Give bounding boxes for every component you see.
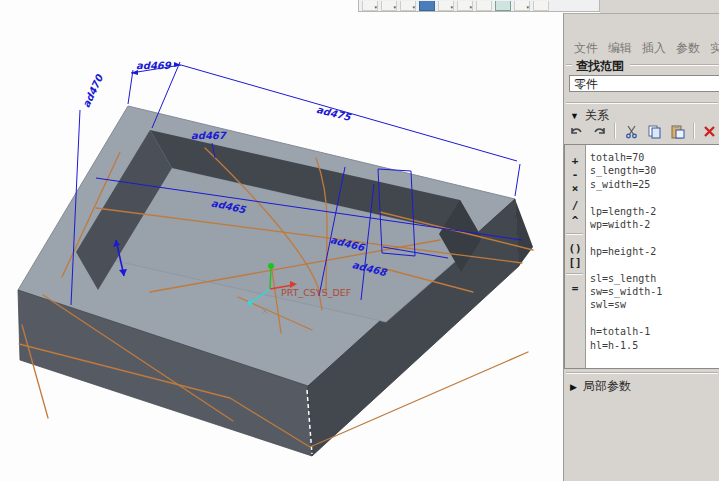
undo-icon[interactable] (568, 122, 584, 140)
groupbox-border (566, 64, 572, 66)
toolbar-button-stub[interactable]: ▾ (514, 1, 530, 11)
menu-insert[interactable]: 插入 (642, 40, 666, 57)
relations-panel: 文件 编辑 插入 参数 实 查找范围 零件 ▼ 关系 (563, 13, 719, 481)
operator-divide-button[interactable]: / (565, 200, 585, 211)
dimension-label-ad469[interactable]: ad469 (136, 60, 172, 71)
operator-minus-button[interactable]: - (565, 169, 585, 180)
window-background (600, 0, 719, 13)
paste-icon[interactable] (670, 122, 686, 140)
operator-multiply-button[interactable]: × (565, 183, 585, 194)
panel-background (564, 398, 719, 481)
delete-icon[interactable] (702, 122, 718, 140)
toolbar-button-stub[interactable]: ▾ (400, 1, 416, 11)
operator-power-button[interactable]: ^ (565, 215, 585, 226)
panel-menubar: 文件 编辑 插入 参数 实 (564, 40, 719, 57)
toolbar-button-stub[interactable] (419, 1, 435, 11)
axis-y-end (268, 263, 274, 269)
collapse-triangle-icon[interactable]: ▶ (570, 382, 577, 392)
relations-toolbar (568, 120, 718, 142)
toolbar-button-stub[interactable]: ▾ (381, 1, 397, 11)
gutter-separator (566, 273, 583, 275)
relations-editor: + - × / ^ () [] = totalh=70 s_length=30 … (564, 144, 719, 369)
axis-y (270, 268, 271, 289)
csys-label[interactable]: PRT_CSYS_DEF (281, 287, 351, 298)
operator-plus-button[interactable]: + (565, 155, 585, 166)
toolbar-button-stub[interactable] (495, 1, 511, 11)
toolbar-separator (693, 123, 695, 139)
panel-titlebar[interactable] (564, 14, 719, 40)
local-params-section-header[interactable]: ▶ 局部参数 (570, 378, 631, 395)
search-scope-label: 查找范围 (574, 58, 626, 75)
toolbar-button-stub[interactable]: ▾ (362, 1, 378, 11)
groupbox-border (630, 64, 719, 66)
section-divider (566, 102, 718, 104)
operator-bracket-button[interactable]: [] (565, 257, 585, 268)
toolbar-button-stub[interactable] (476, 1, 492, 11)
relations-code-textarea[interactable]: totalh=70 s_length=30 s_width=25 lp=leng… (586, 145, 666, 368)
menu-edit[interactable]: 编辑 (608, 40, 632, 57)
operator-gutter: + - × / ^ () [] = (565, 145, 586, 368)
3d-viewport[interactable]: ad469 ad467 ad475 ad465 ad466 ad468 ad47… (0, 0, 563, 481)
menu-file[interactable]: 文件 (574, 40, 598, 57)
dimension-label-ad467[interactable]: ad467 (191, 130, 227, 141)
search-scope-combobox[interactable]: 零件 (569, 75, 719, 92)
toolbar-button-stub[interactable]: ▾ (438, 1, 454, 11)
operator-equals-button[interactable]: = (565, 283, 585, 294)
redo-icon[interactable] (591, 122, 607, 140)
axis-z-end (248, 301, 253, 306)
application-window: ad469 ad467 ad475 ad465 ad466 ad468 ad47… (0, 0, 719, 481)
toolbar-separator (614, 123, 616, 139)
section-divider (566, 372, 718, 374)
toolbar-button-stub[interactable] (533, 1, 549, 11)
menu-parameters[interactable]: 参数 (676, 40, 700, 57)
cut-icon[interactable] (623, 122, 639, 140)
menu-utilities[interactable]: 实 (710, 40, 719, 57)
top-toolbar: ▾ ▾ ▾ ▾ ▾ ▾ (358, 0, 600, 12)
gutter-separator (566, 233, 583, 235)
toolbar-button-stub[interactable]: ▾ (457, 1, 473, 11)
operator-paren-button[interactable]: () (565, 243, 585, 254)
copy-icon[interactable] (647, 122, 663, 140)
collapse-triangle-icon[interactable]: ▼ (570, 111, 579, 121)
local-params-header-label: 局部参数 (583, 378, 631, 395)
